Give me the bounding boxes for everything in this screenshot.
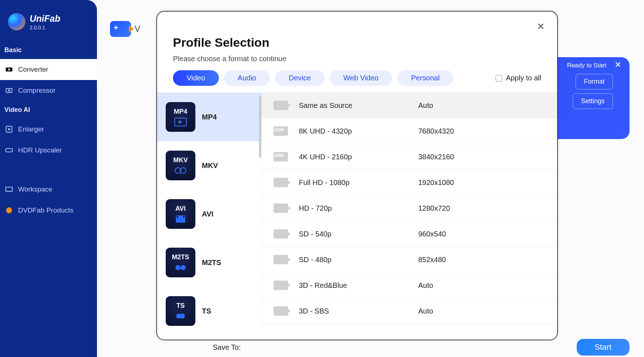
- resolution-name: SD - 540p: [299, 230, 407, 238]
- svg-rect-14: [183, 216, 185, 218]
- resolution-name: 3D - Red&Blue: [299, 281, 407, 290]
- resolution-dim: 960x540: [418, 230, 446, 238]
- tab-video[interactable]: Video: [173, 70, 219, 86]
- sidebar-item-label: Compressor: [18, 87, 55, 94]
- resolution-dim: Auto: [418, 101, 433, 110]
- apply-all[interactable]: Apply to all: [496, 74, 541, 82]
- resolution-row[interactable]: Same as Source Auto: [262, 93, 557, 118]
- resolution-row[interactable]: 4K UHD - 2160p 3840x2160: [262, 144, 557, 170]
- video-label: V: [135, 24, 140, 34]
- resolution-row[interactable]: 3D - Red&Blue Auto: [262, 273, 557, 298]
- format-label: M2TS: [202, 259, 221, 267]
- app-version: 2.0.0.1: [30, 25, 60, 30]
- resolution-row[interactable]: 8K UHD - 4320p 7680x4320: [262, 118, 557, 144]
- resolution-dim: Auto: [418, 281, 433, 290]
- resolution-name: HD - 720p: [299, 204, 407, 213]
- resolution-dim: Auto: [418, 307, 433, 315]
- resolution-name: 4K UHD - 2160p: [299, 153, 407, 161]
- resolution-dim: 7680x4320: [418, 127, 454, 135]
- svg-marker-9: [179, 120, 182, 124]
- resolution-row[interactable]: Full HD - 1080p 1920x1080: [262, 170, 557, 196]
- sidebar-item-label: Enlarger: [18, 125, 44, 133]
- brand: UniFab 2.0.0.1: [0, 0, 97, 41]
- svg-rect-13: [177, 216, 178, 218]
- format-label: MKV: [202, 161, 218, 170]
- dvdfab-icon: [5, 206, 13, 214]
- category-tabs: Video Audio Device Web Video Personal Ap…: [157, 70, 557, 92]
- sidebar-item-hdr-upscaler[interactable]: HDR Upscaler: [0, 140, 97, 161]
- video-icon: [274, 178, 288, 187]
- format-tile-icon: MKV: [166, 151, 195, 180]
- apply-all-checkbox[interactable]: [496, 75, 502, 81]
- video-icon: [274, 306, 288, 316]
- tab-web-video[interactable]: Web Video: [330, 70, 392, 86]
- resolution-list: Same as Source Auto 8K UHD - 4320p 7680x…: [262, 93, 557, 327]
- app-name: UniFab: [30, 13, 60, 24]
- tab-audio[interactable]: Audio: [224, 70, 270, 86]
- add-video-button[interactable]: [110, 21, 131, 37]
- settings-button[interactable]: Settings: [573, 93, 613, 109]
- bottom-bar: Save To: Start: [213, 339, 630, 356]
- svg-point-7: [6, 207, 12, 214]
- format-item-mkv[interactable]: MKV MKV: [157, 141, 262, 190]
- resolution-name: 8K UHD - 4320p: [299, 127, 407, 135]
- workspace-icon: [5, 185, 13, 193]
- format-label: AVI: [202, 210, 213, 218]
- tab-device[interactable]: Device: [275, 70, 325, 86]
- format-tile-icon: M2TS: [166, 248, 195, 277]
- resolution-name: Same as Source: [299, 101, 407, 110]
- format-button[interactable]: Format: [576, 74, 613, 89]
- format-item-avi[interactable]: AVI AVI: [157, 190, 262, 238]
- task-status-bar: Ready to Start: [567, 61, 622, 70]
- format-tile-icon: TS: [166, 296, 195, 326]
- resolution-dim: 1280x720: [418, 204, 450, 213]
- format-item-mp4[interactable]: MP4 MP4: [157, 93, 262, 141]
- resolution-dim: 852x480: [418, 256, 446, 264]
- format-list: MP4 MP4 MKV MKV AVI AVI M2TS M2TS TS TS: [157, 93, 262, 327]
- svg-point-16: [181, 265, 186, 270]
- format-item-m2ts[interactable]: M2TS M2TS: [157, 238, 262, 287]
- svg-rect-5: [6, 148, 12, 152]
- resolution-row[interactable]: SD - 480p 852x480: [262, 247, 557, 273]
- resolution-name: Full HD - 1080p: [299, 178, 407, 187]
- format-scrollbar[interactable]: [259, 96, 261, 158]
- sidebar-item-label: HDR Upscaler: [18, 146, 62, 154]
- compressor-icon: [5, 87, 13, 94]
- video-icon: [274, 229, 288, 239]
- video-icon: [274, 203, 288, 213]
- sidebar-item-enlarger[interactable]: Enlarger: [0, 119, 97, 140]
- format-label: MP4: [202, 113, 217, 121]
- modal-body: MP4 MP4 MKV MKV AVI AVI M2TS M2TS TS TS: [157, 92, 557, 327]
- nav-section-basic: Basic: [0, 41, 97, 59]
- video-icon: [274, 255, 288, 264]
- modal-title: Profile Selection: [157, 12, 557, 52]
- format-tile-icon: AVI: [166, 199, 195, 229]
- sidebar-item-dvdfab[interactable]: DVDFab Products: [0, 200, 97, 221]
- nav-section-videoai: Video AI: [0, 101, 97, 119]
- enlarger-icon: [5, 125, 13, 133]
- resolution-row[interactable]: SD - 540p 960x540: [262, 221, 557, 247]
- app-logo-icon: [8, 13, 25, 30]
- converter-icon: [5, 66, 13, 74]
- video-icon: [274, 101, 288, 110]
- sidebar-item-workspace[interactable]: Workspace: [0, 179, 97, 200]
- sidebar-item-label: DVDFab Products: [18, 206, 73, 214]
- resolution-dim: 1920x1080: [418, 178, 454, 187]
- resolution-row[interactable]: 3D - SBS Auto: [262, 298, 557, 324]
- format-item-ts[interactable]: TS TS: [157, 287, 262, 327]
- svg-rect-6: [6, 187, 12, 192]
- start-button[interactable]: Start: [577, 339, 630, 356]
- sidebar-item-compressor[interactable]: Compressor: [0, 80, 97, 101]
- apply-all-label: Apply to all: [506, 74, 541, 82]
- resolution-row[interactable]: HD - 720p 1280x720: [262, 196, 557, 221]
- hdr-badge-icon: [274, 126, 288, 136]
- sidebar-item-converter[interactable]: Converter: [0, 59, 97, 80]
- format-label: TS: [202, 307, 211, 315]
- task-status: Ready to Start: [567, 62, 606, 69]
- format-tile-icon: MP4: [166, 102, 195, 132]
- resolution-dim: 3840x2160: [418, 153, 454, 161]
- modal-subtitle: Please choose a format to continue: [157, 52, 557, 70]
- tab-personal[interactable]: Personal: [397, 70, 453, 86]
- modal-close-icon[interactable]: ✕: [537, 21, 545, 32]
- task-remove-icon[interactable]: [614, 61, 622, 70]
